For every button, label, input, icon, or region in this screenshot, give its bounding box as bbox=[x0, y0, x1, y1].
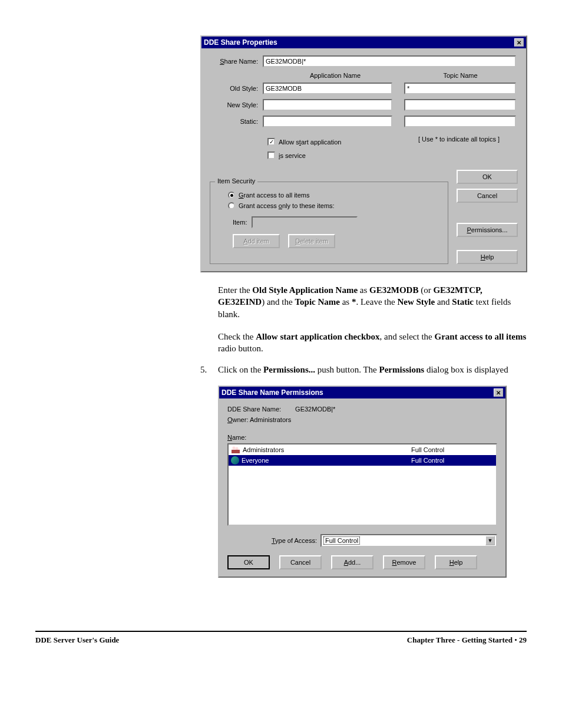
svg-point-0 bbox=[233, 447, 236, 450]
footer-chapter: Chapter Three - Getting Started • 29 bbox=[407, 635, 527, 645]
topic-hint: [ Use * to indicate all topics ] bbox=[400, 132, 518, 159]
add-button[interactable]: Add... bbox=[331, 555, 373, 569]
type-of-access-value: Full Control bbox=[323, 536, 360, 545]
grant-all-radio[interactable] bbox=[228, 192, 235, 199]
old-style-app-input[interactable] bbox=[263, 83, 392, 94]
new-style-label: New Style: bbox=[210, 101, 263, 108]
permissions-button[interactable]: Permissions... bbox=[457, 223, 518, 237]
ok-button[interactable]: OK bbox=[227, 555, 270, 569]
dde-share-name-permissions-dialog: DDE Share Name Permissions ✕ DDE Share N… bbox=[218, 386, 507, 578]
list-item[interactable]: Administrators Full Control bbox=[229, 444, 496, 455]
dde-share-name-value: GE32MODB|* bbox=[295, 406, 335, 413]
item-input bbox=[252, 216, 358, 228]
new-style-topic-input[interactable] bbox=[404, 99, 516, 111]
instruction-paragraph-2: Check the Allow start application checkb… bbox=[218, 331, 527, 355]
type-of-access-label: Type of Access: bbox=[272, 537, 317, 544]
list-item-perm: Full Control bbox=[411, 457, 494, 464]
item-label: Item: bbox=[233, 219, 247, 226]
grant-only-label: Grant access only to these items: bbox=[239, 202, 335, 209]
grant-all-label: Grant access to all items bbox=[239, 192, 309, 199]
dialog-title: DDE Share Name Permissions bbox=[222, 388, 323, 397]
allow-start-checkbox[interactable]: ✓ bbox=[267, 138, 275, 146]
add-item-button: Add item bbox=[233, 234, 280, 248]
svg-rect-2 bbox=[232, 450, 240, 453]
allow-start-label: Allow start application bbox=[279, 139, 341, 146]
remove-button[interactable]: Remove bbox=[383, 555, 425, 569]
list-item-name: Everyone bbox=[242, 457, 409, 464]
is-service-checkbox[interactable] bbox=[267, 151, 275, 159]
static-label: Static: bbox=[210, 118, 263, 125]
titlebar: DDE Share Properties ✕ bbox=[201, 37, 526, 48]
help-button[interactable]: Help bbox=[435, 555, 477, 569]
page-footer: DDE Server User's Guide Chapter Three - … bbox=[35, 631, 527, 645]
instruction-paragraph-1: Enter the Old Style Application Name as … bbox=[218, 284, 527, 320]
globe-icon bbox=[231, 456, 239, 465]
application-name-header: Application Name bbox=[267, 72, 403, 79]
list-item[interactable]: Everyone Full Control bbox=[229, 455, 496, 466]
list-item-perm: Full Control bbox=[411, 446, 494, 453]
list-item-name: Administrators bbox=[243, 446, 409, 453]
svg-point-1 bbox=[236, 447, 239, 450]
cancel-button[interactable]: Cancel bbox=[279, 555, 322, 569]
dialog-title: DDE Share Properties bbox=[204, 38, 277, 47]
static-app-input[interactable] bbox=[263, 116, 392, 127]
type-of-access-select[interactable]: Full Control ▼ bbox=[320, 534, 497, 547]
titlebar: DDE Share Name Permissions ✕ bbox=[219, 387, 505, 398]
old-style-label: Old Style: bbox=[210, 85, 263, 92]
dde-share-properties-dialog: DDE Share Properties ✕ Share Name: Appli… bbox=[200, 35, 527, 272]
topic-name-header: Topic Name bbox=[403, 72, 518, 79]
is-service-label: is service bbox=[279, 152, 306, 159]
static-topic-input[interactable] bbox=[404, 116, 516, 127]
new-style-app-input[interactable] bbox=[263, 99, 392, 111]
footer-guide-title: DDE Server User's Guide bbox=[35, 635, 119, 645]
grant-only-radio[interactable] bbox=[228, 202, 235, 209]
help-button[interactable]: Help bbox=[457, 250, 518, 264]
item-security-group-label: Item Security bbox=[215, 177, 257, 185]
owner-label: Owner: Administrators bbox=[227, 416, 497, 423]
step-5: 5. Click on the Permissions... push butt… bbox=[200, 365, 527, 375]
share-name-input[interactable] bbox=[263, 55, 516, 67]
close-icon[interactable]: ✕ bbox=[494, 388, 503, 397]
permissions-listbox[interactable]: Administrators Full Control Everyone Ful… bbox=[227, 443, 497, 526]
dde-share-name-label: DDE Share Name: bbox=[227, 406, 281, 413]
share-name-label: Share Name: bbox=[210, 58, 263, 65]
cancel-button[interactable]: Cancel bbox=[457, 189, 518, 203]
name-label: Name: bbox=[227, 434, 497, 441]
ok-button[interactable]: OK bbox=[457, 170, 518, 184]
close-icon[interactable]: ✕ bbox=[514, 38, 524, 47]
chevron-down-icon[interactable]: ▼ bbox=[485, 536, 495, 545]
users-icon bbox=[231, 446, 240, 454]
old-style-topic-input[interactable] bbox=[404, 83, 516, 94]
delete-item-button: Delete item bbox=[288, 234, 335, 248]
